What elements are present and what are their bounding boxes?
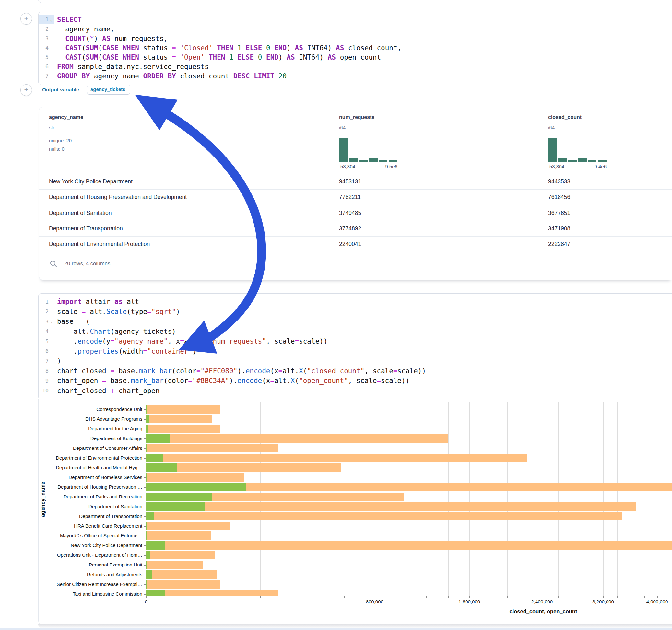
bar-closed xyxy=(146,454,527,462)
line-number: 2 xyxy=(39,24,54,34)
code-text: chart_open = base.mark_bar(color="#8BC34… xyxy=(54,377,409,385)
bar-closed xyxy=(146,590,278,596)
chart-gridline xyxy=(507,402,508,596)
chart-gridline xyxy=(603,402,604,596)
code-line[interactable]: 3 COUNT(*) AS num_requests, xyxy=(39,34,672,43)
fold-chevron-icon[interactable]: ⌄ xyxy=(49,18,54,22)
x-axis-tick xyxy=(644,596,645,598)
altair-chart-output: Correspondence UnitDHS Advantage Program… xyxy=(38,399,672,625)
code-line[interactable]: 5 .encode(y="agency_name", x=alt.X("num_… xyxy=(39,336,672,346)
y-axis-label: DHS Advantage Programs xyxy=(39,416,142,421)
code-text: CAST(SUM(CASE WHEN status = 'Open' THEN … xyxy=(54,53,381,61)
y-axis-label: Senior Citizen Rent Increase Exempti… xyxy=(39,581,142,587)
code-line[interactable]: 10chart_closed + chart_open xyxy=(39,386,672,396)
histogram-max-label: 9.4e6 xyxy=(548,164,606,169)
table-cell: 2240041 xyxy=(339,241,361,248)
bar-open xyxy=(146,473,147,482)
table-cell: 3774892 xyxy=(339,225,361,232)
code-text: chart_closed + chart_open xyxy=(54,387,160,395)
code-line[interactable]: 7GROUP BY agency_name ORDER BY closed_co… xyxy=(39,71,672,81)
table-cell: New York City Police Department xyxy=(49,178,133,185)
chart-gridline xyxy=(617,402,618,596)
code-text: alt.Chart(agency_tickets) xyxy=(54,328,176,335)
code-text: GROUP BY agency_name ORDER BY closed_cou… xyxy=(54,72,287,80)
column-stat: nulls: 0 xyxy=(49,146,65,152)
bar-closed xyxy=(146,444,279,453)
code-line[interactable]: 8chart_closed = base.mark_bar(color="#FF… xyxy=(39,366,672,376)
line-number: 3 xyxy=(39,34,54,43)
chart-gridline xyxy=(470,402,470,596)
x-axis-tick xyxy=(308,596,308,598)
chart-gridline xyxy=(525,402,526,596)
code-line[interactable]: 2scale = alt.Scale(type="sqrt") xyxy=(39,307,672,317)
sql-cell-editor[interactable]: 1⌄SELECT2 agency_name,3 COUNT(*) AS num_… xyxy=(38,12,672,85)
table-cell: 9443533 xyxy=(548,178,570,185)
chart-gridline xyxy=(489,402,489,596)
y-axis-label: Department of Health and Mental Hyg… xyxy=(39,465,142,470)
histogram-bar xyxy=(389,160,398,162)
bar-closed xyxy=(146,561,203,569)
histogram-bar xyxy=(339,138,348,162)
x-axis-tick-label: 800,000 xyxy=(366,599,383,604)
bar-closed xyxy=(146,434,448,443)
code-line[interactable]: 9chart_open = base.mark_bar(color="#8BC3… xyxy=(39,376,672,386)
output-variable-pill[interactable]: agency_tickets xyxy=(87,84,130,95)
chart-gridline xyxy=(542,402,542,596)
line-number: 8 xyxy=(39,366,54,376)
y-axis-label: Department for the Aging xyxy=(39,426,142,431)
x-axis-tick xyxy=(670,596,670,598)
bar-open xyxy=(146,425,148,433)
add-cell-button-top[interactable]: + xyxy=(20,13,32,25)
line-number: 6 xyxy=(39,62,54,71)
x-axis-tick-label: 4,000,000 xyxy=(646,599,668,604)
bar-open xyxy=(146,502,205,511)
fold-chevron-icon[interactable]: ⌄ xyxy=(49,319,54,324)
line-number: 2 xyxy=(39,307,54,317)
code-line[interactable]: 5 CAST(SUM(CASE WHEN status = 'Open' THE… xyxy=(39,52,672,62)
row-separator xyxy=(39,189,672,190)
table-cell: 7782211 xyxy=(339,194,361,201)
table-cell: Department of Transportation xyxy=(49,225,123,232)
bar-open xyxy=(146,590,165,596)
code-text: SELECT xyxy=(54,16,83,24)
bar-open xyxy=(146,512,154,520)
code-line[interactable]: 4 CAST(SUM(CASE WHEN status = 'Closed' T… xyxy=(39,43,672,52)
code-line[interactable]: 1import altair as alt xyxy=(39,297,672,307)
y-axis-label: Taxi and Limousine Commission xyxy=(39,591,142,597)
histogram-bar xyxy=(359,160,368,162)
column-stat: unique: 20 xyxy=(49,138,72,143)
y-axis-label: Department of Consumer Affairs xyxy=(39,445,142,451)
add-cell-button-middle[interactable]: + xyxy=(20,84,32,96)
bar-closed xyxy=(146,415,212,423)
python-cell-editor[interactable]: 1import altair as alt2scale = alt.Scale(… xyxy=(38,293,672,400)
x-axis-tick xyxy=(146,596,147,598)
bar-closed xyxy=(146,473,244,482)
next-cell-edge xyxy=(0,628,672,630)
code-line[interactable]: 4 alt.Chart(agency_tickets) xyxy=(39,327,672,337)
notebook-page: + + 1⌄SELECT2 agency_name,3 COUNT(*) AS … xyxy=(0,0,672,630)
bar-open xyxy=(146,415,149,423)
code-text: .properties(width="container") xyxy=(54,347,196,355)
code-text: FROM sample_data.nyc.service_requests xyxy=(54,63,209,71)
y-axis-label: Department of Sanitation xyxy=(39,504,142,509)
line-number-text: 8 xyxy=(40,368,49,374)
code-line[interactable]: 3⌄base = ( xyxy=(39,317,672,327)
table-cell: Department of Environmental Protection xyxy=(49,241,150,248)
search-icon[interactable] xyxy=(50,260,57,268)
x-axis-tick xyxy=(574,596,574,598)
line-number: 1⌄ xyxy=(39,15,54,24)
code-line[interactable]: 6 .properties(width="container") xyxy=(39,346,672,357)
dataframe-preview-table[interactable]: agency_namestrunique: 20nulls: 0num_requ… xyxy=(39,107,672,280)
y-axis-label: New York City Police Department xyxy=(39,542,142,548)
code-line[interactable]: 6FROM sample_data.nyc.service_requests xyxy=(39,62,672,71)
row-separator xyxy=(39,252,672,252)
table-row-count-summary: 20 rows, 4 columns xyxy=(64,261,110,267)
chart-gridline xyxy=(657,402,657,596)
line-number: 1 xyxy=(39,297,54,307)
table-cell: 2222847 xyxy=(548,241,570,248)
line-number-text: 6 xyxy=(40,64,49,70)
code-line[interactable]: 2 agency_name, xyxy=(39,24,672,34)
code-line[interactable]: 7) xyxy=(39,356,672,366)
code-line[interactable]: 1⌄SELECT xyxy=(39,15,672,24)
output-variable-label: Output variable: xyxy=(42,87,81,93)
